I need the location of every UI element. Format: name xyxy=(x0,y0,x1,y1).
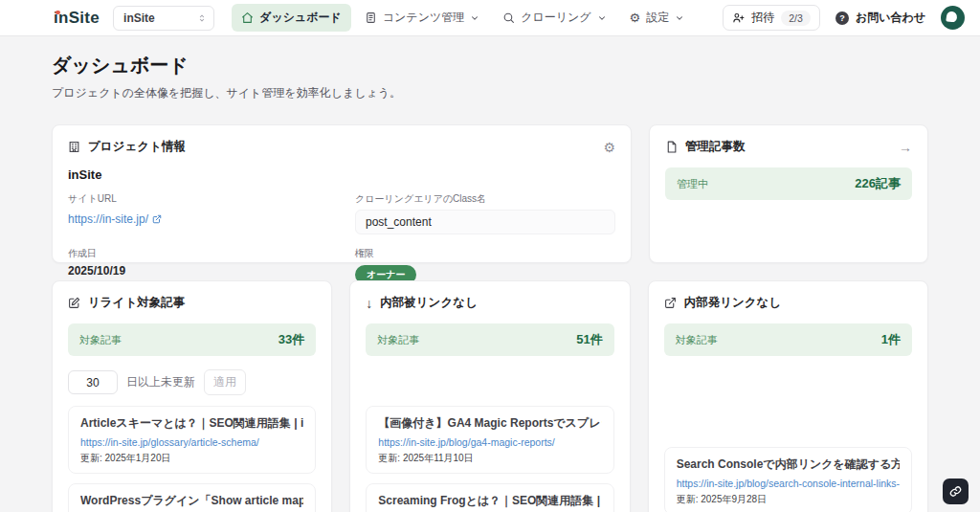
rewrite-count-row: 対象記事 33件 xyxy=(68,323,316,356)
nav-crawling-label: クローリング xyxy=(521,10,590,26)
article-item: Articleスキーマとは？｜SEO関連用語集 | inSite(インサイト) … xyxy=(68,406,316,474)
page-subtitle: プロジェクトの全体像を把握し、サイト管理を効率化しましょう。 xyxy=(52,85,928,101)
nav-dashboard-label: ダッシュボード xyxy=(259,10,342,26)
article-item: Screaming Frogとは？｜SEO関連用語集 | inSite(インサイ… xyxy=(366,483,613,512)
managed-count-row: 管理中 226記事 xyxy=(665,167,912,200)
pencil-square-icon xyxy=(68,297,80,309)
nav-content-management[interactable]: コンテンツ管理 xyxy=(355,4,489,32)
rewrite-filter-row: 日以上未更新 適用 xyxy=(68,369,316,395)
article-updated: 更新: 2025年9月28日 xyxy=(677,493,900,506)
days-filter-label: 日以上未更新 xyxy=(126,374,195,390)
field-site-url: サイトURL https://in-site.jp/ xyxy=(68,192,328,234)
invite-button[interactable]: 招待 2/3 xyxy=(723,5,820,31)
user-avatar[interactable] xyxy=(941,6,965,30)
no-outbound-count-row: 対象記事 1件 xyxy=(664,323,912,356)
created-date-value: 2025/10/19 xyxy=(68,264,328,278)
no-outbound-count: 1件 xyxy=(881,331,901,348)
search-icon xyxy=(502,11,515,24)
no-inbound-card-title: 内部被リンクなし xyxy=(380,295,477,311)
project-info-title: プロジェクト情報 xyxy=(88,139,186,155)
no-inbound-count: 51件 xyxy=(576,331,602,348)
article-item: Search Consoleで内部リンクを確認する方法【画面キャプチャで詳… h… xyxy=(664,447,912,512)
link-icon xyxy=(949,485,962,498)
nav-dashboard[interactable]: ダッシュボード xyxy=(232,4,351,32)
managed-row-label: 管理中 xyxy=(677,177,708,191)
article-updated: 更新: 2025年1月20日 xyxy=(80,452,303,465)
field-role: 権限 オーナー xyxy=(355,247,615,284)
article-title: 【画像付き】GA4 Magic ReportsでスプレッドシートとGA4を自動… xyxy=(378,415,601,432)
link-tool-button[interactable] xyxy=(943,479,969,504)
article-title: Screaming Frogとは？｜SEO関連用語集 | inSite(インサイ… xyxy=(378,493,601,509)
person-plus-icon xyxy=(732,11,745,24)
article-item: 【画像付き】GA4 Magic ReportsでスプレッドシートとGA4を自動…… xyxy=(366,406,613,474)
logo-text: inSite xyxy=(54,9,100,27)
external-link-icon xyxy=(152,214,162,224)
app-logo: inSite xyxy=(54,9,100,28)
project-name: inSite xyxy=(68,167,615,182)
header-right: 招待 2/3 ? お問い合わせ xyxy=(723,5,965,31)
help-icon: ? xyxy=(835,11,849,25)
nav-content-management-label: コンテンツ管理 xyxy=(383,10,464,26)
chevron-down-icon xyxy=(470,13,479,23)
contact-button[interactable]: ? お問い合わせ xyxy=(835,10,925,26)
nav-crawling[interactable]: クローリング xyxy=(493,4,615,32)
home-icon xyxy=(241,11,254,24)
managed-articles-card: 管理記事数 → 管理中 226記事 xyxy=(649,124,928,263)
days-threshold-input[interactable] xyxy=(68,370,118,394)
apply-filter-button[interactable]: 適用 xyxy=(204,369,246,395)
rewrite-target-label: 対象記事 xyxy=(79,333,122,347)
field-crawl-class: クローリングエリアのClass名 post_content xyxy=(355,192,615,234)
app-header: inSite inSite ダッシュボード コンテンツ管理 クローリング ⚙ 設… xyxy=(0,0,980,36)
crawl-class-label: クローリングエリアのClass名 xyxy=(355,192,615,206)
rewrite-count: 33件 xyxy=(278,331,304,348)
project-selector-value: inSite xyxy=(123,11,155,25)
article-title: Search Consoleで内部リンクを確認する方法【画面キャプチャで詳… xyxy=(677,456,900,473)
managed-row-value: 226記事 xyxy=(855,175,901,192)
article-item: WordPressプラグイン「Show article map」の使い方を解説 … xyxy=(68,483,316,512)
project-info-card: プロジェクト情報 ⚙ inSite サイトURL https://in-site… xyxy=(52,124,632,263)
nav-settings[interactable]: ⚙ 設定 xyxy=(620,4,695,32)
contact-label: お問い合わせ xyxy=(856,10,925,26)
no-inbound-count-row: 対象記事 51件 xyxy=(366,323,613,356)
project-settings-gear-icon[interactable]: ⚙ xyxy=(603,141,615,154)
file-icon xyxy=(665,141,678,153)
no-inbound-links-card: ↓ 内部被リンクなし 対象記事 51件 【画像付き】GA4 Magic Repo… xyxy=(349,280,630,512)
created-date-label: 作成日 xyxy=(68,247,328,260)
main-nav: ダッシュボード コンテンツ管理 クローリング ⚙ 設定 xyxy=(232,4,694,32)
article-title: Articleスキーマとは？｜SEO関連用語集 | inSite(インサイト) xyxy=(80,415,303,432)
site-url-link[interactable]: https://in-site.jp/ xyxy=(68,212,162,226)
article-link[interactable]: https://in-site.jp/glossary/article-sche… xyxy=(80,436,303,448)
field-created-date: 作成日 2025/10/19 xyxy=(68,247,328,284)
no-outbound-links-card: 内部発リンクなし 対象記事 1件 Search Consoleで内部リンクを確認… xyxy=(648,280,928,512)
role-label: 権限 xyxy=(355,247,615,260)
invite-count-badge: 2/3 xyxy=(781,11,811,26)
site-url-label: サイトURL xyxy=(68,192,328,206)
external-link-icon xyxy=(664,297,677,309)
page-title: ダッシュボード xyxy=(52,53,928,78)
arrow-down-icon: ↓ xyxy=(366,297,372,310)
article-link[interactable]: https://in-site.jp/blog/search-console-i… xyxy=(677,478,900,489)
article-title: WordPressプラグイン「Show article map」の使い方を解説 xyxy=(80,493,303,509)
chevron-down-icon xyxy=(675,13,684,23)
select-updown-icon xyxy=(197,13,207,23)
building-icon xyxy=(68,141,80,153)
project-selector[interactable]: inSite xyxy=(113,6,214,31)
crawl-class-value: post_content xyxy=(355,210,615,234)
nav-settings-label: 設定 xyxy=(646,10,669,26)
no-inbound-article-list: 【画像付き】GA4 Magic ReportsでスプレッドシートとGA4を自動…… xyxy=(366,406,613,512)
gear-icon: ⚙ xyxy=(630,11,641,24)
logo-dot-icon xyxy=(56,11,60,15)
article-link[interactable]: https://in-site.jp/blog/ga4-magic-report… xyxy=(378,436,601,448)
no-outbound-article-list: Search Consoleで内部リンクを確認する方法【画面キャプチャで詳… h… xyxy=(664,447,912,512)
invite-label: 招待 xyxy=(751,10,774,26)
managed-articles-title: 管理記事数 xyxy=(685,139,746,155)
article-updated: 更新: 2025年11月10日 xyxy=(378,452,601,465)
rewrite-article-list: Articleスキーマとは？｜SEO関連用語集 | inSite(インサイト) … xyxy=(68,406,316,512)
document-icon xyxy=(365,11,377,24)
rewrite-targets-card: リライト対象記事 対象記事 33件 日以上未更新 適用 Articleスキーマと… xyxy=(52,280,332,512)
arrow-right-icon[interactable]: → xyxy=(899,141,912,154)
no-outbound-target-label: 対象記事 xyxy=(676,333,718,347)
rewrite-card-title: リライト対象記事 xyxy=(88,295,185,311)
no-inbound-target-label: 対象記事 xyxy=(377,333,419,347)
dashboard-main: ダッシュボード プロジェクトの全体像を把握し、サイト管理を効率化しましょう。 プ… xyxy=(52,36,928,512)
